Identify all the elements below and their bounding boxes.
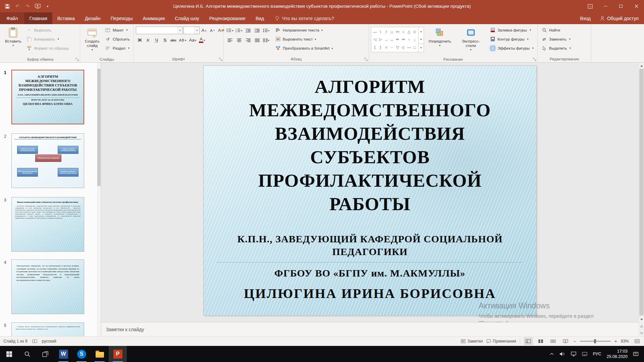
notes-pane[interactable]: Заметки к слайду [101,322,639,336]
zoom-percent[interactable]: 83% [621,339,629,344]
sign-in-button[interactable]: Вход [580,16,591,21]
language-indicator[interactable]: РУС [590,346,604,362]
align-center-button[interactable] [235,36,243,44]
dialog-launcher-icon[interactable] [219,58,222,61]
scroll-down-button[interactable] [639,316,644,323]
shape-outline-button[interactable]: Контур фигуры▾ [488,35,535,43]
comments-toggle-button[interactable]: Примечания [486,339,516,344]
scroll-down-icon[interactable]: ▼ [419,35,424,43]
ribbon-display-options-button[interactable] [582,0,598,12]
shape-icon[interactable]: ⇒ [402,37,405,42]
next-slide-button[interactable] [639,329,644,336]
volume-button[interactable] [556,346,568,362]
paste-button[interactable]: Вставить ▾ [3,25,24,56]
shape-icon[interactable]: — [407,45,411,49]
layout-button[interactable]: Макет▾ [103,26,131,34]
customize-qat-button[interactable]: ▾ [43,2,52,11]
scrollbar-thumb[interactable] [639,69,644,315]
shape-icon[interactable]: ◇ [402,45,405,50]
shape-effects-button[interactable]: Эффекты фигуры▾ [488,44,535,52]
arrange-button[interactable]: Упорядочить ▾ [426,25,453,56]
slide-subtitle-textbox-1[interactable]: К.П.Н., ЗАВЕДУЮЩИЙ КАФЕДРОЙ СОЦИАЛЬНОЙ П… [217,233,523,262]
dialog-launcher-icon[interactable] [533,58,536,61]
scroll-up-icon[interactable]: ▲ [419,27,424,35]
task-view-button[interactable] [36,346,54,362]
network-button[interactable] [568,346,579,362]
line-spacing-button[interactable]: ▾ [262,26,270,34]
thumbnails-scrollbar[interactable] [97,63,101,336]
shape-icon[interactable]: ◇ [413,29,416,34]
tab-transitions[interactable]: Переходы [106,12,138,24]
text-direction-button[interactable]: Направление текста▾ [274,26,334,34]
character-spacing-button[interactable]: АВ▾ [178,36,187,44]
bullets-button[interactable]: ▾ [226,26,234,34]
clock[interactable]: 17:03 25.08.2020 [604,346,630,362]
shape-icon[interactable]: ▽ [396,45,399,50]
touch-keyboard-button[interactable] [579,346,590,362]
shape-icon[interactable]: ⇐ [396,37,399,42]
shape-icon[interactable]: □ [414,45,416,49]
save-button[interactable] [3,2,12,11]
shape-icon[interactable]: ↓ [414,38,416,42]
fit-to-window-button[interactable] [633,338,641,345]
find-button[interactable]: Найти [540,26,573,34]
start-slideshow-button[interactable] [33,2,42,11]
select-button[interactable]: Выделить▾ [540,44,573,52]
slideshow-view-button[interactable] [561,338,570,345]
tray-expand-button[interactable] [547,346,556,362]
shape-icon[interactable]: → [384,38,388,42]
font-name-combo[interactable]: ▾ [136,26,183,34]
reset-button[interactable]: ↺Сбросить [103,35,131,43]
section-button[interactable]: Раздел▾ [103,44,131,52]
tab-view[interactable]: Вид [251,12,269,24]
justify-button[interactable] [253,36,261,44]
shape-icon[interactable]: / [386,30,387,34]
zoom-slider[interactable] [580,341,611,342]
numbering-button[interactable]: 123▾ [235,26,243,34]
word-taskbar-button[interactable]: W [54,346,72,362]
powerpoint-taskbar-button[interactable]: P [109,346,127,362]
slide-sorter-view-button[interactable] [536,338,545,345]
shape-fill-button[interactable]: Заливка фигуры▾ [488,26,535,34]
new-slide-button[interactable]: Создать слайд ▾ [82,25,102,56]
quick-styles-button[interactable]: Экспресс-стили ▾ [455,25,486,56]
font-size-combo[interactable]: ▾ [183,26,200,34]
tab-home[interactable]: Главная [24,12,52,24]
skype-taskbar-button[interactable]: S [72,346,91,362]
gallery-more-icon[interactable]: ▼ [419,44,424,52]
grow-font-button[interactable]: А▲ [200,26,208,34]
slide-editor[interactable]: АЛГОРИТМ МЕЖВЕДОМСТВЕННОГО ВЗАИМОДЕЙСТВИ… [204,66,536,315]
scrollbar-thumb[interactable] [97,69,101,186]
shapes-gallery[interactable]: —\/□▭○△◇ ◁▷→↔⇐⇒↑↓ {}☆◦▽◇—□ ▲ ▼ ▼ [371,27,424,52]
shape-icon[interactable]: △ [408,29,410,34]
text-shadow-button[interactable]: S [161,36,169,44]
redo-button[interactable]: ↷ [23,2,32,11]
zoom-slider-thumb[interactable] [594,339,596,343]
language-button[interactable]: русский [42,339,56,344]
slide-subtitle-textbox-2[interactable]: ФГБОУ ВО «БГПУ им. М.АКМУЛЛЫ» [217,267,523,279]
notes-toggle-button[interactable]: Заметки [461,339,483,344]
normal-view-button[interactable] [524,338,533,345]
shape-icon[interactable]: ↔ [390,38,394,42]
main-scrollbar[interactable] [639,63,644,336]
undo-button[interactable]: ↶ [13,2,22,11]
tell-me-box[interactable]: Что вы хотите сделать? [269,12,340,24]
dialog-launcher-icon[interactable] [364,58,368,61]
scroll-up-button[interactable] [639,63,644,69]
cut-button[interactable]: ✂Вырезать [25,26,70,34]
shape-icon[interactable]: □ [391,30,393,34]
shape-icon[interactable]: ○ [402,30,405,34]
slide-title-textbox[interactable]: АЛГОРИТМ МЕЖВЕДОМСТВЕННОГО ВЗАИМОДЕЙСТВИ… [216,75,524,216]
search-button[interactable] [18,346,36,362]
align-left-button[interactable] [226,36,234,44]
tab-animations[interactable]: Анимация [138,12,170,24]
shape-icon[interactable]: \ [380,30,381,34]
format-painter-button[interactable]: Формат по образцу [25,44,70,52]
tab-file[interactable]: Файл [0,12,24,24]
tab-insert[interactable]: Вставка [52,12,80,24]
strikethrough-button[interactable]: abc [169,36,177,44]
align-text-button[interactable]: Выровнять текст▾ [274,35,334,43]
spellcheck-button[interactable] [32,339,37,343]
shape-icon[interactable]: ◦ [391,45,392,49]
minimize-button[interactable] [598,0,613,12]
